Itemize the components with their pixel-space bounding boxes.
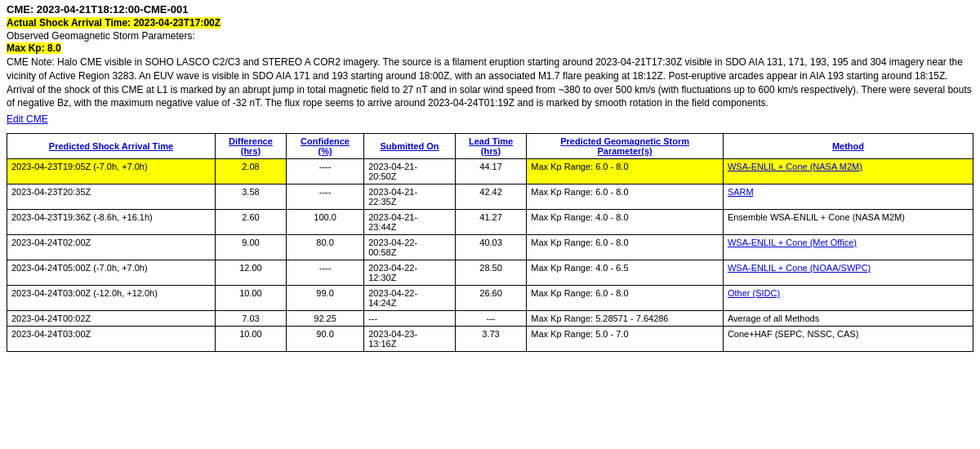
- cell-leadtime: 26.60: [455, 286, 527, 311]
- cell-leadtime: 3.73: [455, 327, 527, 352]
- cell-storm-param: Max Kp Range: 5.0 - 7.0: [527, 327, 724, 352]
- col-header-leadtime[interactable]: Lead Time(hrs): [455, 134, 527, 159]
- cell-difference: 9.00: [215, 235, 286, 260]
- cell-confidence: 100.0: [286, 210, 363, 235]
- cell-confidence: 99.0: [286, 286, 363, 311]
- cell-difference: 7.03: [215, 311, 286, 327]
- cell-storm-param: Max Kp Range: 6.0 - 8.0: [527, 235, 724, 260]
- cell-leadtime: 44.17: [455, 159, 527, 184]
- cell-arrival: 2023-04-24T02:00Z: [7, 235, 216, 260]
- cell-arrival: 2023-04-23T19:36Z (-8.6h, +16.1h): [7, 210, 216, 235]
- max-kp: Max Kp: 8.0: [7, 42, 61, 54]
- cme-title: CME: 2023-04-21T18:12:00-CME-001: [7, 3, 973, 16]
- cell-difference: 2.08: [215, 159, 286, 184]
- cell-difference: 3.58: [215, 184, 286, 210]
- cell-difference: 12.00: [215, 260, 286, 286]
- cell-method: Ensemble WSA-ENLIL + Cone (NASA M2M): [723, 210, 973, 235]
- cell-submitted: 2023-04-23-13:16Z: [364, 327, 456, 352]
- table-row: 2023-04-24T03:00Z10.0090.02023-04-23-13:…: [7, 327, 973, 352]
- cell-method[interactable]: WSA-ENLIL + Cone (Met Office): [723, 235, 973, 260]
- col-header-arrival[interactable]: Predicted Shock Arrival Time: [7, 134, 216, 159]
- cell-leadtime: 28.50: [455, 260, 527, 286]
- cell-method[interactable]: Other (SIDC): [723, 286, 973, 311]
- col-header-storm-param[interactable]: Predicted Geomagnetic StormParameter(s): [527, 134, 724, 159]
- cell-method: Cone+HAF (SEPC, NSSC, CAS): [723, 327, 973, 352]
- cell-submitted: 2023-04-22-14:24Z: [364, 286, 456, 311]
- cell-storm-param: Max Kp Range: 4.0 - 6.5: [527, 260, 724, 286]
- cell-method: Average of all Methods: [723, 311, 973, 327]
- cell-leadtime: ---: [455, 311, 527, 327]
- table-row: 2023-04-23T20:35Z3.58----2023-04-21-22:3…: [7, 184, 973, 210]
- cell-submitted: 2023-04-22-00:58Z: [364, 235, 456, 260]
- table-row: 2023-04-24T02:00Z9.0080.02023-04-22-00:5…: [7, 235, 973, 260]
- cell-storm-param: Max Kp Range: 4.0 - 8.0: [527, 210, 724, 235]
- table-row: 2023-04-24T05:00Z (-7.0h, +7.0h)12.00---…: [7, 260, 973, 286]
- cell-submitted: 2023-04-21-20:50Z: [364, 159, 456, 184]
- cell-leadtime: 40.03: [455, 235, 527, 260]
- cell-submitted: 2023-04-22-12:30Z: [364, 260, 456, 286]
- shock-arrival-time: Actual Shock Arrival Time: 2023-04-23T17…: [7, 17, 220, 29]
- cell-confidence: 90.0: [286, 327, 363, 352]
- table-row: 2023-04-24T03:00Z (-12.0h, +12.0h)10.009…: [7, 286, 973, 311]
- cell-storm-param: Max Kp Range: 6.0 - 8.0: [527, 159, 724, 184]
- col-header-submitted[interactable]: Submitted On: [364, 134, 456, 159]
- table-row: 2023-04-23T19:05Z (-7.0h, +7.0h)2.08----…: [7, 159, 973, 184]
- cell-arrival: 2023-04-23T19:05Z (-7.0h, +7.0h): [7, 159, 216, 184]
- table-row: 2023-04-23T19:36Z (-8.6h, +16.1h)2.60100…: [7, 210, 973, 235]
- cell-arrival: 2023-04-23T20:35Z: [7, 184, 216, 210]
- cell-storm-param: Max Kp Range: 6.0 - 8.0: [527, 184, 724, 210]
- edit-cme-link[interactable]: Edit CME: [7, 113, 48, 125]
- col-header-confidence[interactable]: Confidence(%): [286, 134, 363, 159]
- cell-confidence: 92.25: [286, 311, 363, 327]
- cell-difference: 10.00: [215, 286, 286, 311]
- cell-arrival: 2023-04-24T03:00Z (-12.0h, +12.0h): [7, 286, 216, 311]
- cell-confidence: ----: [286, 184, 363, 210]
- cell-submitted: ---: [364, 311, 456, 327]
- cell-storm-param: Max Kp Range: 5.28571 - 7.64286: [527, 311, 724, 327]
- cell-storm-param: Max Kp Range: 6.0 - 8.0: [527, 286, 724, 311]
- cell-confidence: ----: [286, 260, 363, 286]
- col-header-method[interactable]: Method: [723, 134, 973, 159]
- table-row: 2023-04-24T00:02Z7.0392.25------Max Kp R…: [7, 311, 973, 327]
- predictions-table: Predicted Shock Arrival Time Difference(…: [7, 133, 973, 352]
- cell-arrival: 2023-04-24T03:00Z: [7, 327, 216, 352]
- cell-leadtime: 42.42: [455, 184, 527, 210]
- cme-note: CME Note: Halo CME visible in SOHO LASCO…: [7, 56, 973, 110]
- cell-leadtime: 41.27: [455, 210, 527, 235]
- cell-method[interactable]: SARM: [723, 184, 973, 210]
- cell-arrival: 2023-04-24T05:00Z (-7.0h, +7.0h): [7, 260, 216, 286]
- cell-difference: 2.60: [215, 210, 286, 235]
- cell-confidence: 80.0: [286, 235, 363, 260]
- cell-difference: 10.00: [215, 327, 286, 352]
- col-header-difference[interactable]: Difference(hrs): [215, 134, 286, 159]
- cell-submitted: 2023-04-21-22:35Z: [364, 184, 456, 210]
- cell-confidence: ----: [286, 159, 363, 184]
- storm-params-label: Observed Geomagnetic Storm Parameters:: [7, 30, 973, 42]
- cell-method[interactable]: WSA-ENLIL + Cone (NASA M2M): [723, 159, 973, 184]
- cell-submitted: 2023-04-21-23:44Z: [364, 210, 456, 235]
- cell-arrival: 2023-04-24T00:02Z: [7, 311, 216, 327]
- cell-method[interactable]: WSA-ENLIL + Cone (NOAA/SWPC): [723, 260, 973, 286]
